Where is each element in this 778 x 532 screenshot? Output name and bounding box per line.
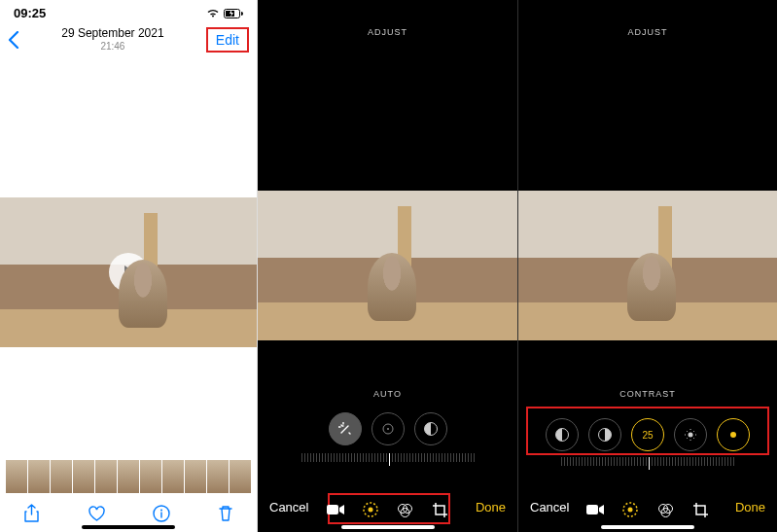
video-icon bbox=[327, 504, 344, 515]
brightness-icon bbox=[684, 428, 697, 442]
video-tool[interactable] bbox=[327, 501, 344, 518]
home-indicator[interactable] bbox=[341, 525, 435, 529]
black-point-dial[interactable] bbox=[717, 418, 750, 451]
chevron-left-icon bbox=[8, 31, 19, 49]
cat-subject bbox=[627, 253, 676, 321]
value-slider[interactable] bbox=[528, 457, 767, 471]
svg-point-5 bbox=[387, 428, 389, 430]
share-icon bbox=[23, 504, 40, 523]
status-indicators bbox=[206, 8, 243, 18]
trash-icon bbox=[218, 505, 233, 522]
video-icon bbox=[586, 504, 604, 515]
nav-bar: 29 September 2021 21:46 Edit bbox=[0, 22, 257, 61]
filters-tool[interactable] bbox=[656, 501, 674, 518]
video-preview-edit[interactable] bbox=[518, 191, 777, 340]
contrast-dial[interactable]: 25 bbox=[631, 418, 664, 451]
edit-button[interactable]: Edit bbox=[206, 27, 249, 53]
adjust-header: ADJUST bbox=[518, 0, 777, 37]
svg-point-8 bbox=[368, 508, 372, 513]
thumb[interactable] bbox=[6, 460, 27, 493]
filters-icon bbox=[397, 502, 413, 518]
cancel-button[interactable]: Cancel bbox=[530, 500, 569, 514]
highlights-dial[interactable] bbox=[588, 418, 621, 451]
info-icon bbox=[153, 505, 170, 522]
photo-date: 29 September 2021 bbox=[61, 26, 163, 41]
done-button[interactable]: Done bbox=[476, 500, 506, 514]
adjust-dial-icon bbox=[362, 501, 379, 518]
delete-button[interactable] bbox=[218, 505, 233, 522]
exposure-dial[interactable] bbox=[371, 412, 405, 445]
contrast-value: 25 bbox=[642, 430, 653, 441]
thumb[interactable] bbox=[95, 460, 117, 493]
status-bar: 09:25 bbox=[0, 0, 257, 22]
video-preview[interactable] bbox=[0, 197, 257, 347]
highlights-dial[interactable] bbox=[414, 412, 447, 445]
cat-subject bbox=[368, 253, 416, 321]
adjust-dials: 25 bbox=[518, 412, 777, 457]
half-circle-icon bbox=[598, 428, 612, 442]
edit-adjust-contrast-screen: ADJUST CONTRAST 25 Cancel bbox=[517, 0, 777, 532]
auto-dial[interactable] bbox=[329, 412, 362, 445]
info-button[interactable] bbox=[153, 505, 170, 522]
crop-tool[interactable] bbox=[691, 501, 709, 518]
brilliance-dial[interactable] bbox=[546, 418, 579, 451]
value-slider[interactable] bbox=[267, 453, 508, 467]
thumb[interactable] bbox=[140, 460, 161, 493]
photos-detail-screen: 09:25 29 September 2021 21:46 Edit bbox=[0, 0, 258, 532]
adjust-dials bbox=[258, 412, 517, 445]
crop-tool[interactable] bbox=[432, 501, 449, 518]
video-tool[interactable] bbox=[586, 501, 604, 518]
thumb[interactable] bbox=[118, 460, 139, 493]
wand-icon bbox=[338, 422, 352, 436]
adjust-sub-label: AUTO bbox=[258, 389, 517, 399]
filters-tool[interactable] bbox=[397, 501, 414, 518]
adjust-tool[interactable] bbox=[362, 501, 379, 518]
title-block: 29 September 2021 21:46 bbox=[61, 26, 163, 53]
crop-icon bbox=[692, 502, 709, 518]
svg-rect-6 bbox=[327, 505, 338, 514]
home-indicator[interactable] bbox=[601, 525, 694, 529]
favorite-button[interactable] bbox=[88, 506, 106, 522]
half-circle-icon bbox=[555, 428, 569, 442]
svg-rect-13 bbox=[586, 505, 598, 514]
edit-adjust-auto-screen: ADJUST AUTO Cancel bbox=[258, 0, 517, 532]
svg-point-12 bbox=[689, 433, 693, 438]
thumb[interactable] bbox=[51, 460, 72, 493]
thumb[interactable] bbox=[28, 460, 50, 493]
battery-charging-icon bbox=[224, 9, 243, 18]
edit-tools bbox=[327, 501, 449, 518]
video-preview-edit[interactable] bbox=[258, 191, 517, 340]
svg-point-15 bbox=[628, 508, 633, 513]
thumb[interactable] bbox=[207, 460, 229, 493]
adjust-tool[interactable] bbox=[621, 501, 639, 518]
home-indicator[interactable] bbox=[82, 525, 175, 529]
thumb[interactable] bbox=[162, 460, 184, 493]
edit-tools bbox=[586, 501, 709, 518]
status-time: 09:25 bbox=[14, 6, 46, 20]
done-button[interactable]: Done bbox=[735, 500, 765, 514]
exposure-icon bbox=[381, 422, 395, 436]
cancel-button[interactable]: Cancel bbox=[269, 500, 308, 514]
back-button[interactable] bbox=[8, 31, 19, 49]
thumb[interactable] bbox=[73, 460, 94, 493]
svg-point-3 bbox=[160, 510, 162, 512]
wifi-icon bbox=[206, 8, 220, 18]
thumbnail-strip[interactable] bbox=[0, 460, 257, 493]
adjust-sub-label: CONTRAST bbox=[518, 389, 777, 399]
dot-icon bbox=[730, 432, 736, 438]
brightness-dial[interactable] bbox=[674, 418, 707, 451]
share-button[interactable] bbox=[23, 504, 40, 523]
adjust-header: ADJUST bbox=[258, 0, 517, 37]
heart-icon bbox=[88, 506, 106, 522]
thumb[interactable] bbox=[185, 460, 206, 493]
photo-time: 21:46 bbox=[61, 41, 163, 53]
cat-subject bbox=[119, 260, 167, 328]
adjust-dial-icon bbox=[621, 501, 639, 518]
thumb[interactable] bbox=[230, 460, 251, 493]
filters-icon bbox=[657, 502, 674, 518]
half-circle-icon bbox=[424, 422, 438, 436]
crop-icon bbox=[432, 502, 448, 518]
